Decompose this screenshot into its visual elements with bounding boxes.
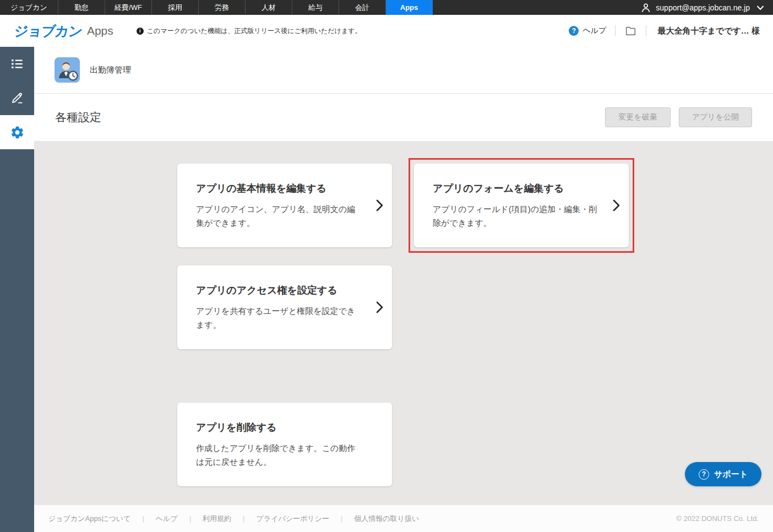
page-header: 各種設定 変更を破棄 アプリを公開 <box>34 94 773 141</box>
publish-app-button[interactable]: アプリを公開 <box>679 107 752 127</box>
card-description: アプリを共有するユーザと権限を設定できます。 <box>196 305 362 332</box>
nav-tab-apps[interactable]: Apps <box>386 0 433 15</box>
card-title: アプリを削除する <box>196 421 362 434</box>
account-email: support@apps.jobcan.ne.jp <box>656 3 750 12</box>
footer-link-privacy[interactable]: プライバシーポリシー <box>256 514 329 524</box>
apps-drawer-button[interactable] <box>624 25 637 37</box>
list-icon <box>10 57 24 71</box>
chevron-right-icon <box>612 199 620 212</box>
settings-card-form[interactable]: アプリのフォームを編集する アプリのフィールド(項目)の追加・編集・削除ができま… <box>414 164 629 247</box>
header-divider <box>615 25 616 36</box>
settings-card-delete[interactable]: アプリを削除する 作成したアプリを削除できます。この動作は元に戻せません。 <box>177 403 392 486</box>
settings-content: アプリの基本情報を編集する アプリのアイコン、アプリ名、説明文の編集ができます。… <box>34 141 773 505</box>
copyright: © 2022 DONUTS Co. Ltd. <box>676 514 759 523</box>
highlight-outline: アプリのフォームを編集する アプリのフィールド(項目)の追加・編集・削除ができま… <box>409 158 634 253</box>
beta-note: i このマークのついた機能は、正式版リリース後にご利用いただけます。 <box>137 26 362 36</box>
info-icon: i <box>137 28 144 35</box>
jobcan-logo[interactable]: ジョブカン <box>13 22 84 40</box>
sidebar-item-edit[interactable] <box>0 81 34 115</box>
folder-icon <box>624 25 637 37</box>
app-header: ジョブカン Apps i このマークのついた機能は、正式版リリース後にご利用いた… <box>0 15 773 47</box>
pencil-icon <box>10 91 24 105</box>
user-icon <box>640 2 651 13</box>
nav-tab-keihi-wf[interactable]: 経費/WF <box>105 0 152 15</box>
footer-link-about[interactable]: ジョブカンAppsについて <box>48 514 130 524</box>
top-nav: ジョブカン 勤怠 経費/WF 採用 労務 人材 給与 会計 Apps suppo… <box>0 0 773 15</box>
page-title: 各種設定 <box>55 110 101 125</box>
discard-changes-button[interactable]: 変更を破棄 <box>605 107 670 127</box>
gear-icon <box>10 125 25 140</box>
help-question-icon: ? <box>569 26 579 36</box>
nav-tab-kyuyo[interactable]: 給与 <box>292 0 339 15</box>
footer-link-terms[interactable]: 利用規約 <box>203 514 231 524</box>
card-description: 作成したアプリを削除できます。この動作は元に戻せません。 <box>196 442 362 469</box>
footer-divider: | <box>243 514 244 523</box>
beta-note-text: このマークのついた機能は、正式版リリース後にご利用いただけます。 <box>147 26 362 36</box>
card-title: アプリの基本情報を編集する <box>196 182 362 195</box>
account-menu[interactable]: support@apps.jobcan.ne.jp <box>640 0 773 15</box>
support-label: サポート <box>714 469 748 480</box>
footer-link-personal-info[interactable]: 個人情報の取り扱い <box>354 514 419 524</box>
question-circle-icon: ? <box>699 469 709 480</box>
attendance-app-icon <box>55 57 80 83</box>
card-title: アプリのフォームを編集する <box>433 182 599 195</box>
help-link[interactable]: ? ヘルプ <box>569 26 606 36</box>
sidebar <box>0 47 34 532</box>
footer-link-help[interactable]: ヘルプ <box>156 514 178 524</box>
app-title-bar: 出勤簿管理 <box>34 47 773 94</box>
nav-tab-jinzai[interactable]: 人材 <box>246 0 292 15</box>
card-title: アプリのアクセス権を設定する <box>196 284 362 297</box>
footer: ジョブカンAppsについて | ヘルプ | 利用規約 | プライバシーポリシー … <box>34 505 773 532</box>
settings-card-access[interactable]: アプリのアクセス権を設定する アプリを共有するユーザと権限を設定できます。 <box>177 265 392 349</box>
chevron-down-icon <box>756 4 764 11</box>
nav-tab-kaikei[interactable]: 会計 <box>339 0 386 15</box>
sidebar-item-list[interactable] <box>0 47 34 81</box>
card-description: アプリのフィールド(項目)の追加・編集・削除ができます。 <box>433 203 599 230</box>
support-button[interactable]: ? サポート <box>685 462 761 486</box>
jobcan-logo-suffix: Apps <box>87 24 113 37</box>
nav-tab-saiyo[interactable]: 採用 <box>152 0 199 15</box>
sidebar-item-settings[interactable] <box>0 115 34 149</box>
nav-tab-roumu[interactable]: 労務 <box>199 0 246 15</box>
user-name[interactable]: 最大全角十字までです… 様 <box>657 26 760 36</box>
settings-card-basic-info[interactable]: アプリの基本情報を編集する アプリのアイコン、アプリ名、説明文の編集ができます。 <box>177 164 392 247</box>
footer-divider: | <box>341 514 342 523</box>
footer-divider: | <box>142 514 144 523</box>
app-title: 出勤簿管理 <box>90 65 131 75</box>
header-divider <box>646 25 646 36</box>
card-description: アプリのアイコン、アプリ名、説明文の編集ができます。 <box>196 203 362 230</box>
nav-tab-jobcan[interactable]: ジョブカン <box>0 0 58 15</box>
help-label: ヘルプ <box>583 26 606 36</box>
nav-tab-kintai[interactable]: 勤怠 <box>58 0 105 15</box>
chevron-right-icon <box>375 199 384 212</box>
footer-divider: | <box>189 514 191 523</box>
chevron-right-icon <box>375 301 384 314</box>
